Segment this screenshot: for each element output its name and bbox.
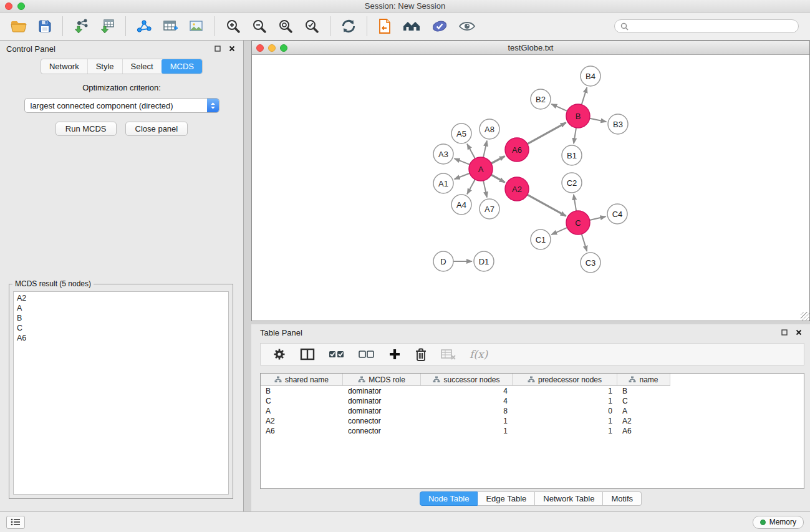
graph-edge[interactable] [483,141,487,158]
zoom-out-button[interactable] [246,14,272,38]
graph-node-D[interactable]: D [433,251,453,271]
table-row[interactable]: A6connector11A6 [261,426,804,436]
graph-edge[interactable] [467,144,475,159]
graph-edge[interactable] [528,195,566,216]
tab-mcds[interactable]: MCDS [162,59,202,74]
tab-style[interactable]: Style [87,59,122,74]
deselect-all-button[interactable] [353,344,380,364]
graph-node-C1[interactable]: C1 [531,230,551,249]
graph-node-A[interactable]: A [469,157,493,181]
home-button[interactable] [397,14,426,38]
import-network-button[interactable] [68,14,94,38]
graph-edge[interactable] [574,195,576,211]
new-table-button[interactable] [157,14,183,38]
graph-node-D1[interactable]: D1 [474,251,494,271]
tab-edge-table[interactable]: Edge Table [478,491,535,506]
graph-edge[interactable] [551,228,567,235]
float-table-panel-button[interactable] [779,327,789,337]
list-item[interactable]: C [14,323,228,333]
table-row[interactable]: A2connector11A2 [261,416,804,426]
graph-node-A1[interactable]: A1 [433,173,453,193]
table-settings-button[interactable] [267,344,292,364]
graph-node-A8[interactable]: A8 [480,119,499,139]
list-item[interactable]: B [14,313,228,323]
graph-edge[interactable] [551,104,567,111]
graph-edge[interactable] [582,234,587,251]
resize-grip-icon[interactable] [801,312,809,321]
graph-node-A4[interactable]: A4 [451,195,471,215]
graph-node-A7[interactable]: A7 [480,199,499,219]
column-header-predecessor-nodes[interactable]: predecessor nodes [513,374,617,386]
tab-motifs[interactable]: Motifs [603,491,642,506]
list-item[interactable]: A [14,303,228,313]
zoom-fit-button[interactable] [272,14,299,38]
graph-edge[interactable] [582,87,587,105]
run-mcds-button[interactable]: Run MCDS [55,122,117,136]
graph-node-B[interactable]: B [566,104,590,128]
graph-edge[interactable] [491,156,505,163]
close-table-panel-button[interactable] [794,327,804,337]
graph-edge[interactable] [483,181,487,198]
save-session-button[interactable] [32,14,57,38]
column-header-shared-name[interactable]: shared name [261,374,343,386]
show-hide-button[interactable] [453,14,481,38]
table-row[interactable]: Bdominator41B [261,386,804,396]
tab-node-table[interactable]: Node Table [420,491,478,506]
graph-node-A5[interactable]: A5 [451,123,471,143]
graph-edge[interactable] [590,216,606,220]
graph-edge[interactable] [590,118,607,122]
graph-node-C[interactable]: C [566,211,590,235]
graph-node-C3[interactable]: C3 [581,253,600,273]
task-history-button[interactable] [6,516,25,529]
import-table-button[interactable] [94,14,120,38]
zoom-in-button[interactable] [220,14,246,38]
graph-node-A2[interactable]: A2 [505,177,529,201]
open-file-button[interactable] [5,14,32,38]
graph-node-B3[interactable]: B3 [608,114,628,134]
graph-node-A6[interactable]: A6 [505,138,529,162]
list-item[interactable]: A6 [14,333,228,343]
window-titlebar[interactable]: Session: New Session [0,0,810,12]
graph-edge[interactable] [455,158,470,165]
add-column-button[interactable] [383,344,407,364]
table-row[interactable]: Cdominator41C [261,396,804,406]
delete-column-button[interactable] [409,344,433,364]
tab-select[interactable]: Select [122,59,162,74]
graph-node-C2[interactable]: C2 [562,173,582,193]
float-panel-button[interactable] [213,44,223,54]
tab-network-table[interactable]: Network Table [535,491,603,506]
clear-table-button[interactable] [435,344,461,364]
graph-edge[interactable] [528,123,566,144]
mcds-result-list[interactable]: A2ABCA6 [13,291,229,495]
graph-node-B1[interactable]: B1 [562,145,582,165]
refresh-view-button[interactable] [335,14,362,38]
close-panel-button[interactable]: Close panel [125,122,188,136]
apply-style-button[interactable] [426,14,453,38]
search-field[interactable] [614,19,799,33]
zoom-selected-button[interactable] [299,14,325,38]
column-header-name[interactable]: name [617,374,670,386]
graph-edge[interactable] [455,173,470,179]
open-session-button[interactable] [372,14,397,38]
new-network-button[interactable] [131,14,157,38]
criterion-dropdown[interactable]: largest connected component (directed) [24,98,219,113]
graph-edge[interactable] [574,128,576,143]
close-control-panel-button[interactable] [227,44,237,54]
graph-node-B4[interactable]: B4 [581,66,600,86]
column-selector-button[interactable] [294,344,321,364]
select-all-button[interactable] [323,344,350,364]
graph-node-B2[interactable]: B2 [531,89,551,109]
column-header-successor-nodes[interactable]: successor nodes [421,374,513,386]
network-canvas[interactable]: B4B2BB3A5A8A6B1A3AC2A1A2A4A7C4CC1C3DD1 [252,55,809,321]
graph-edge[interactable] [491,175,505,182]
dropdown-stepper[interactable] [207,99,219,112]
search-input[interactable] [632,22,793,31]
tab-network[interactable]: Network [41,59,87,74]
list-item[interactable]: A2 [14,293,228,303]
memory-button[interactable]: Memory [753,516,804,529]
network-window-titlebar[interactable]: testGlobe.txt [252,41,809,55]
table-row[interactable]: Adominator80A [261,406,804,416]
export-image-button[interactable] [183,14,210,38]
column-header-MCDS-role[interactable]: MCDS role [343,374,421,386]
graph-node-A3[interactable]: A3 [433,144,453,164]
